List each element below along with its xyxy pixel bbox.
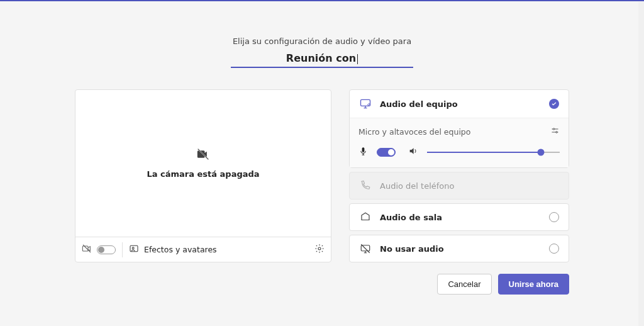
computer-audio-selected-icon <box>548 98 560 110</box>
phone-audio-icon <box>358 180 372 191</box>
effects-button[interactable]: Efectos y avatares <box>129 244 217 256</box>
camera-toggle[interactable] <box>97 245 116 254</box>
microphone-toggle[interactable] <box>377 148 396 157</box>
video-settings-button[interactable] <box>314 244 325 256</box>
room-audio-icon <box>358 211 372 223</box>
no-audio-label: No usar audio <box>380 244 548 254</box>
footer-actions: Cancelar Unirse ahora <box>75 274 569 295</box>
text-caret <box>357 54 358 64</box>
cancel-button[interactable]: Cancelar <box>437 274 491 295</box>
room-audio-label: Audio de sala <box>380 213 548 222</box>
no-audio-icon <box>358 243 372 254</box>
audio-options-panel: Audio del equipo Micro y altavoces del e… <box>349 89 569 262</box>
video-off-icon <box>197 148 209 163</box>
phone-audio-card: Audio del teléfono <box>349 172 569 200</box>
svg-point-8 <box>556 132 558 133</box>
video-preview-panel: La cámara está apagada Efectos y avatare… <box>75 89 331 262</box>
svg-point-3 <box>318 247 321 250</box>
meeting-title-input[interactable]: Reunión con <box>231 52 413 68</box>
no-audio-card: No usar audio <box>349 235 569 262</box>
camera-toggle-icon <box>82 244 92 256</box>
devices-label: Micro y altavoces del equipo <box>358 127 470 137</box>
vertical-scrollbar[interactable] <box>638 2 644 326</box>
computer-audio-settings: Micro y altavoces del equipo <box>350 118 569 167</box>
no-audio-option[interactable]: No usar audio <box>350 235 569 262</box>
effects-icon <box>129 244 139 256</box>
meeting-title-text: Reunión con <box>286 52 356 64</box>
computer-audio-option[interactable]: Audio del equipo <box>350 90 569 118</box>
svg-point-2 <box>132 247 134 249</box>
phone-audio-option: Audio del teléfono <box>350 172 569 199</box>
video-toolbar: Efectos y avatares <box>75 237 331 262</box>
speaker-icon <box>408 146 418 159</box>
audio-device-settings-button[interactable] <box>550 126 560 137</box>
computer-audio-label: Audio del equipo <box>380 99 548 109</box>
room-audio-option[interactable]: Audio de sala <box>350 204 569 230</box>
effects-label: Efectos y avatares <box>144 245 217 254</box>
svg-point-6 <box>553 128 555 130</box>
computer-audio-icon <box>358 98 372 110</box>
camera-off-text: La cámara está apagada <box>147 169 259 179</box>
phone-audio-label: Audio del teléfono <box>380 181 560 191</box>
join-now-button[interactable]: Unirse ahora <box>498 274 569 295</box>
toolbar-divider <box>122 242 123 257</box>
volume-slider[interactable] <box>427 148 560 157</box>
room-audio-radio[interactable] <box>548 211 560 223</box>
video-preview-area: La cámara está apagada <box>75 90 331 237</box>
no-audio-radio[interactable] <box>548 243 560 254</box>
microphone-icon <box>358 147 368 159</box>
computer-audio-card: Audio del equipo Micro y altavoces del e… <box>349 89 569 168</box>
room-audio-card: Audio de sala <box>349 203 569 231</box>
config-subtitle: Elija su configuración de audio y vídeo … <box>233 37 411 46</box>
